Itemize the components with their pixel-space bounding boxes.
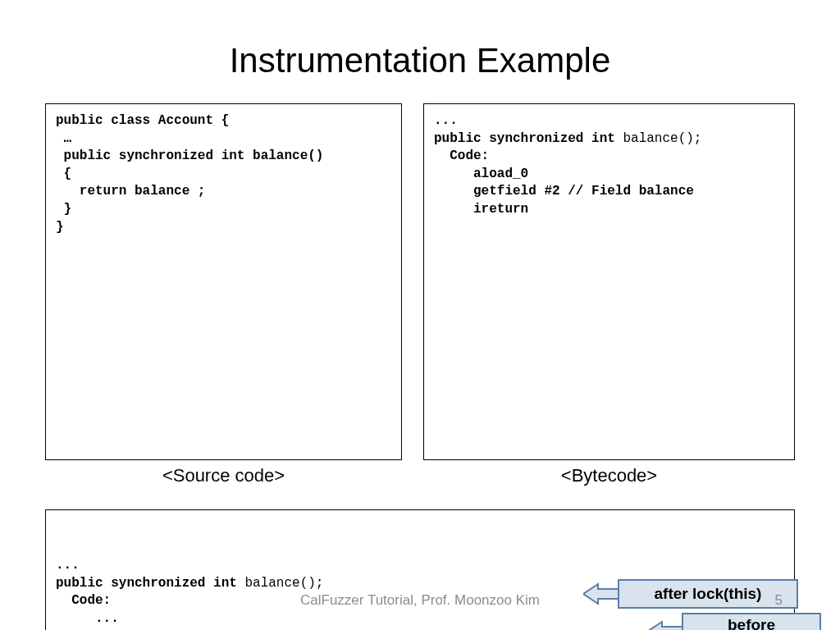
source-code-box: public class Account { … public synchron… <box>45 103 402 460</box>
slide: Instrumentation Example public class Acc… <box>0 0 840 630</box>
instrumented-area: ...public synchronized int balance(); Co… <box>45 509 795 630</box>
bytecode-box: ...public synchronized int balance(); Co… <box>423 103 795 460</box>
source-col: public class Account { … public synchron… <box>45 103 402 486</box>
footer-text: CalFuzzer Tutorial, Prof. Moonzoo Kim <box>0 592 840 609</box>
source-label: <Source code> <box>45 465 402 486</box>
slide-title: Instrumentation Example <box>45 41 795 80</box>
bytecode-label: <Bytecode> <box>423 465 795 486</box>
instrumented-box: ...public synchronized int balance(); Co… <box>45 509 795 630</box>
page-number: 5 <box>775 592 783 609</box>
callout-before-read: before read(balance) <box>682 613 821 630</box>
callout-text: before read(balance) <box>683 617 819 630</box>
bytecode-col: ...public synchronized int balance(); Co… <box>423 103 795 486</box>
arrow-icon <box>647 619 687 630</box>
svg-marker-1 <box>647 622 685 630</box>
top-row: public class Account { … public synchron… <box>45 103 795 486</box>
